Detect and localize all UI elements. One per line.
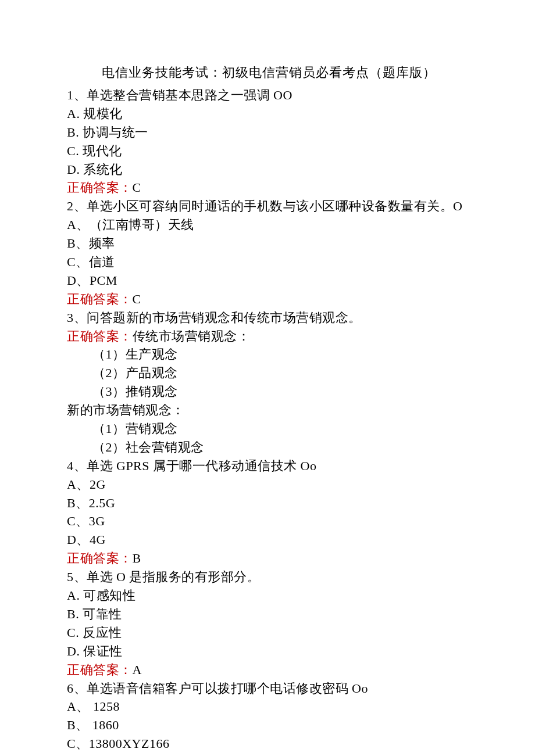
- question-stem: 6、单选语音信箱客户可以拨打哪个电话修改密码 Oo: [67, 679, 471, 698]
- answer-value: A: [133, 662, 142, 677]
- question-stem: 4、单选 GPRS 属于哪一代移动通信技术 Oo: [67, 457, 471, 475]
- option-a: A、2G: [67, 475, 471, 494]
- option-d: D. 保证性: [67, 642, 471, 661]
- answer-line: 正确答案：B: [67, 549, 471, 568]
- answer-line: 正确答案：C: [67, 178, 471, 197]
- option-d: D、 13800138000: [67, 753, 471, 756]
- answer-label: 正确答案：: [67, 551, 133, 565]
- document-page: 电信业务技能考试：初级电信营销员必看考点（题库版） 1、单选整合营销基本思路之一…: [0, 0, 535, 756]
- option-b: B. 协调与统一: [67, 123, 471, 142]
- answer-list-item: （1）营销观念: [67, 420, 471, 438]
- option-c: C. 现代化: [67, 142, 471, 160]
- answer-label: 正确答案：: [67, 292, 133, 306]
- answer-label: 正确答案：: [67, 662, 133, 677]
- answer-text: 传统市场营销观念：: [133, 329, 251, 343]
- answer-list-item: （1）生产观念: [67, 345, 471, 364]
- option-a: A. 可感知性: [67, 586, 471, 605]
- question-stem: 1、单选整合营销基本思路之一强调 OO: [67, 86, 471, 105]
- answer-list-item: （3）推销观念: [67, 382, 471, 401]
- question-stem: 5、单选 O 是指服务的有形部分。: [67, 568, 471, 586]
- option-c: C. 反应性: [67, 624, 471, 642]
- option-c: C、信道: [67, 253, 471, 271]
- option-a: A、（江南博哥）天线: [67, 216, 471, 234]
- answer-value: C: [133, 292, 141, 306]
- answer-value: C: [133, 180, 141, 195]
- answer-line: 正确答案：C: [67, 290, 471, 309]
- answer-label: 正确答案：: [67, 329, 133, 343]
- page-title: 电信业务技能考试：初级电信营销员必看考点（题库版）: [67, 64, 471, 81]
- option-b: B、频率: [67, 234, 471, 253]
- option-c: C、13800XYZ166: [67, 734, 471, 753]
- option-b: B. 可靠性: [67, 605, 471, 624]
- option-b: B、 1860: [67, 716, 471, 734]
- option-d: D. 系统化: [67, 160, 471, 179]
- option-d: D、PCM: [67, 271, 471, 290]
- answer-line: 正确答案：A: [67, 661, 471, 679]
- option-d: D、4G: [67, 531, 471, 549]
- option-b: B、2.5G: [67, 494, 471, 513]
- question-stem: 2、单选小区可容纳同时通话的手机数与该小区哪种设备数量有关。O: [67, 197, 471, 216]
- question-stem: 3、问答题新的市场营销观念和传统市场营销观念。: [67, 309, 471, 327]
- option-a: A. 规模化: [67, 105, 471, 123]
- option-c: C、3G: [67, 512, 471, 531]
- answer-value: B: [133, 551, 141, 565]
- answer-subheading: 新的市场营销观念：: [67, 401, 471, 420]
- option-a: A、 1258: [67, 697, 471, 716]
- answer-list-item: （2）社会营销观念: [67, 438, 471, 457]
- answer-list-item: （2）产品观念: [67, 364, 471, 382]
- answer-line: 正确答案：传统市场营销观念：: [67, 327, 471, 346]
- answer-label: 正确答案：: [67, 180, 133, 195]
